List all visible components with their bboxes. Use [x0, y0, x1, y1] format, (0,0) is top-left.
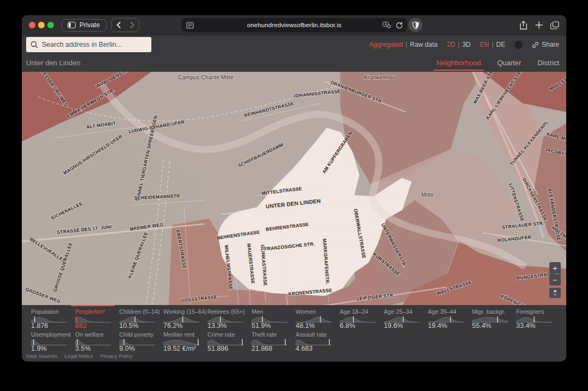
tilt-control-button[interactable] — [549, 288, 561, 298]
tab-overview-button[interactable] — [550, 20, 560, 30]
stat-item-median-rent[interactable]: Median rent19.52 €/m² — [163, 331, 207, 351]
stat-value: 33.4% — [516, 322, 560, 330]
search-icon — [30, 41, 38, 48]
stat-label: Unemployment — [31, 331, 75, 338]
private-browsing-badge[interactable]: Private — [62, 19, 107, 32]
stat-item-retirees-65[interactable]: Retirees (65+)13.3% — [207, 308, 252, 328]
stat-value: 19.4% — [428, 322, 472, 330]
stat-value: 48.1% — [296, 322, 340, 330]
search-input[interactable] — [26, 37, 151, 52]
stat-value: 51.9% — [252, 322, 296, 330]
share-label: Share — [542, 41, 559, 48]
stat-item-crime-rate[interactable]: Crime rate51.886 — [207, 331, 252, 351]
stat-item-age-35-44[interactable]: Age 35–4419.4% — [428, 308, 472, 328]
stat-value: 51.886 — [207, 345, 252, 352]
stat-value: 882 — [75, 322, 119, 330]
tab-quarter[interactable]: Quarter — [494, 59, 524, 67]
stat-label: Child poverty — [119, 331, 163, 338]
stats-row-2: Unemployment1.9%On welfare3.5%Child pove… — [31, 328, 566, 351]
tilt-arrows-icon — [553, 289, 558, 296]
zoom-out-button[interactable]: − — [549, 274, 561, 286]
place-label: Mitte — [421, 191, 434, 198]
share-icon — [519, 21, 528, 30]
close-window-button[interactable] — [29, 22, 35, 28]
translate-icon[interactable]: A — [383, 22, 391, 28]
2d-toggle[interactable]: 2D — [447, 41, 455, 48]
data-mode-toggle: Aggregated|Raw data — [369, 41, 438, 48]
stat-item-child-poverty[interactable]: Child poverty9.0% — [119, 331, 163, 351]
lang-en-toggle[interactable]: EN — [480, 41, 489, 48]
lang-de-toggle[interactable]: DE — [496, 41, 505, 48]
tab-neighborhood[interactable]: Neighborhood — [434, 59, 484, 67]
svg-text:A: A — [384, 22, 387, 26]
stat-label: Age 18–24 — [340, 308, 384, 315]
stat-item-theft-rate[interactable]: Theft rate21.868 — [252, 331, 296, 351]
raw-data-toggle[interactable]: Raw data — [410, 41, 438, 48]
stat-label: Age 25–34 — [384, 308, 428, 315]
stat-label: Median rent — [163, 331, 207, 338]
minimize-window-button[interactable] — [38, 22, 45, 28]
stat-item-population[interactable]: Population1.876 — [31, 308, 75, 328]
stat-item-working-15-64[interactable]: Working (15–64)76.2% — [163, 308, 207, 328]
chevron-left-icon — [117, 22, 121, 28]
privacy-policy-link[interactable]: Privacy Policy — [100, 353, 132, 359]
stat-value: 19.6% — [384, 322, 428, 330]
stat-item-women[interactable]: Women48.1% — [296, 308, 340, 328]
new-tab-button[interactable] — [534, 20, 544, 30]
stat-label: Theft rate — [252, 331, 296, 338]
stat-item-foreigners[interactable]: Foreigners33.4% — [516, 308, 560, 328]
view-controls: Aggregated|Raw data 2D|3D EN|DE Share — [369, 41, 559, 49]
stat-value: 3.5% — [75, 345, 119, 352]
stat-item-on-welfare[interactable]: On welfare3.5% — [75, 331, 119, 351]
stat-label: Children (0–14) — [119, 308, 163, 315]
share-page-button[interactable] — [518, 20, 528, 30]
private-label: Private — [79, 21, 100, 29]
map-zoom-controls: + − — [549, 262, 561, 298]
granularity-tabs: Neighborhood Quarter District — [434, 54, 562, 72]
tab-district[interactable]: District — [535, 59, 562, 67]
nav-buttons — [111, 18, 139, 32]
stat-item-children-0-14[interactable]: Children (0–14)10.5% — [119, 308, 163, 328]
stat-label: On welfare — [75, 331, 119, 338]
browser-titlebar: Private onehundredviewsofberlin. — [22, 15, 566, 35]
place-label: Campus Charité Mitte — [178, 74, 234, 80]
stat-value: 19.52 €/m² — [163, 345, 207, 352]
stat-item-men[interactable]: Men51.9% — [252, 308, 296, 328]
aggregated-toggle[interactable]: Aggregated — [369, 41, 403, 48]
stat-item-assault-rate[interactable]: Assault rate4.663 — [296, 331, 340, 351]
stat-value: 9.0% — [119, 345, 163, 352]
3d-toggle[interactable]: 3D — [462, 41, 470, 48]
zoom-in-button[interactable]: + — [549, 262, 561, 274]
stat-item-age-18-24[interactable]: Age 18–246.8% — [340, 308, 384, 328]
address-bar[interactable]: onehundredviewsofberlin.itsbor.is A — [181, 18, 407, 32]
data-sources-link[interactable]: Data Sources — [26, 353, 58, 359]
place-label: Krankenhaus — [364, 74, 398, 80]
theme-toggle[interactable] — [514, 41, 523, 49]
stat-item-age-25-34[interactable]: Age 25–3419.6% — [384, 308, 428, 328]
choropleth-map[interactable]: LESSER-URY-WEGINVALIDENSTR.EMMA-HERWEGH-… — [22, 72, 566, 305]
search-box — [26, 37, 151, 52]
stat-value: 6.8% — [340, 322, 384, 330]
plus-icon — [535, 21, 543, 29]
share-button[interactable]: Share — [532, 41, 559, 48]
stat-label: Crime rate — [207, 331, 252, 338]
stat-label: Assault rate — [296, 331, 340, 338]
stat-value: 10.5% — [119, 322, 163, 330]
chevron-right-icon — [130, 22, 134, 28]
stat-item-people-km[interactable]: People/km²882 — [75, 308, 119, 328]
legal-notice-link[interactable]: Legal Notice — [65, 353, 94, 359]
back-button[interactable] — [112, 18, 125, 32]
shield-icon — [412, 21, 419, 29]
site-toolbar: Aggregated|Raw data 2D|3D EN|DE Share — [22, 35, 566, 54]
stat-label: Migr. backgr. — [472, 308, 516, 315]
stat-item-migr-backgr[interactable]: Migr. backgr.55.4% — [472, 308, 516, 328]
reload-icon[interactable] — [396, 22, 403, 29]
map-canvas: LESSER-URY-WEGINVALIDENSTR.EMMA-HERWEGH-… — [22, 72, 566, 305]
forward-button[interactable] — [125, 18, 139, 32]
stat-item-unemployment[interactable]: Unemployment1.9% — [31, 331, 75, 351]
privacy-shield-button[interactable] — [408, 18, 422, 32]
fullscreen-window-button[interactable] — [47, 22, 54, 28]
dimension-toggle: 2D|3D — [447, 41, 471, 48]
stat-value: 1.876 — [31, 322, 75, 330]
selected-area-title: Unter den Linden — [26, 59, 81, 67]
